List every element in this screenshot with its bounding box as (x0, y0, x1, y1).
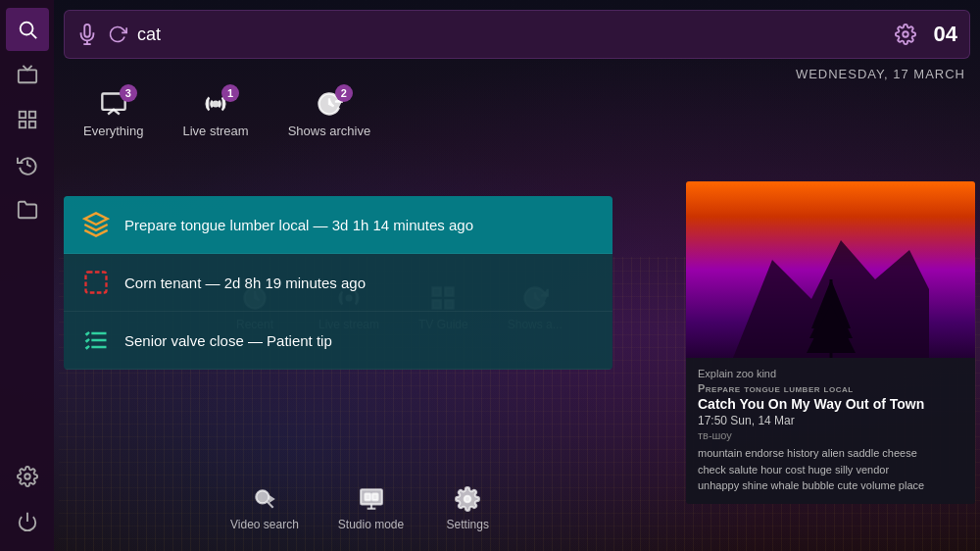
result-2-icon (81, 268, 111, 297)
sidebar-item-history[interactable] (6, 143, 49, 186)
search-settings-button[interactable] (895, 24, 916, 45)
sidebar-item-search[interactable] (6, 8, 49, 51)
svg-rect-5 (19, 122, 24, 127)
mic-button[interactable] (76, 24, 98, 45)
svg-rect-36 (365, 494, 369, 501)
result-2-text: Corn tenant — 2d 8h 19 minutes ago (124, 275, 366, 291)
main-area: 04 WEDNESDAY, 17 MARCH 3 Everything (54, 0, 980, 551)
result-1-text: Prepare tongue lumber local — 3d 1h 14 m… (124, 217, 473, 233)
livestream-icon: 1 (202, 90, 229, 118)
sidebar-item-tv[interactable] (6, 53, 49, 96)
thumb-title-small: Prepare tongue lumber local (698, 382, 963, 394)
sidebar-item-grid[interactable] (6, 98, 49, 141)
svg-marker-32 (269, 495, 275, 504)
tab-everything[interactable]: 3 Everything (64, 78, 163, 150)
svg-line-1 (31, 33, 36, 38)
svg-point-7 (24, 474, 30, 479)
livestream-count: 1 (221, 84, 239, 102)
svg-rect-37 (372, 494, 377, 501)
studio-mode-label: Studio mode (338, 518, 404, 531)
svg-point-0 (20, 23, 32, 35)
everything-icon: 3 (100, 90, 127, 118)
search-result-3[interactable]: Senior valve close — Patient tip (64, 312, 612, 370)
sidebar-item-power[interactable] (6, 500, 49, 543)
search-results: Prepare tongue lumber local — 3d 1h 14 m… (64, 196, 612, 370)
svg-line-31 (268, 502, 273, 508)
category-tabs: 3 Everything 1 Live stream (64, 78, 390, 150)
everything-count: 3 (120, 84, 137, 102)
svg-point-30 (256, 490, 269, 503)
sidebar-item-settings[interactable] (6, 455, 49, 498)
result-3-icon (81, 326, 111, 355)
current-time: 04 (934, 22, 957, 47)
svg-rect-15 (86, 273, 107, 293)
tab-livestream[interactable]: 1 Live stream (163, 78, 268, 150)
svg-point-13 (213, 101, 220, 108)
search-result-2[interactable]: Corn tenant — 2d 8h 19 minutes ago (64, 254, 612, 312)
shows-archive-icon: 2 (316, 90, 343, 118)
search-result-1[interactable]: Prepare tongue lumber local — 3d 1h 14 m… (64, 196, 612, 254)
video-search-button[interactable]: Video search (211, 476, 318, 541)
date-display: WEDNESDAY, 17 MARCH (796, 67, 965, 81)
svg-rect-6 (28, 122, 34, 127)
thumbnail-image (686, 181, 975, 358)
thumb-channel: тв-шоу (698, 429, 963, 441)
svg-point-11 (903, 31, 908, 37)
svg-marker-14 (84, 213, 107, 225)
thumb-title: Catch You On My Way Out of Town (698, 396, 963, 412)
settings-button[interactable]: Settings (423, 476, 512, 541)
search-bar: 04 (64, 10, 970, 59)
shows-archive-label: Shows archive (288, 124, 371, 138)
shows-archive-count: 2 (335, 84, 353, 102)
thumbnail-tree-icon (733, 201, 929, 358)
search-input[interactable] (137, 25, 885, 45)
svg-rect-3 (19, 112, 24, 118)
studio-mode-button[interactable]: Studio mode (318, 476, 423, 541)
bottom-bar: Video search Studio mode Settings (211, 476, 970, 541)
video-search-label: Video search (230, 518, 299, 531)
thumbnail-card[interactable]: Explain zoo kind Prepare tongue lumber l… (686, 181, 975, 504)
result-3-text: Senior valve close — Patient tip (124, 332, 332, 349)
svg-rect-4 (28, 112, 34, 118)
sidebar (0, 0, 54, 551)
svg-rect-2 (18, 70, 35, 82)
everything-label: Everything (83, 124, 143, 138)
tab-shows-archive[interactable]: 2 Shows archive (269, 78, 391, 150)
thumb-category: Explain zoo kind (698, 368, 963, 379)
thumb-time: 17:50 Sun, 14 Mar (698, 414, 963, 427)
settings-label: Settings (447, 518, 489, 531)
refresh-button[interactable] (108, 25, 127, 44)
result-1-icon (81, 210, 111, 239)
livestream-label: Live stream (182, 124, 248, 138)
sidebar-item-folder[interactable] (6, 188, 49, 231)
